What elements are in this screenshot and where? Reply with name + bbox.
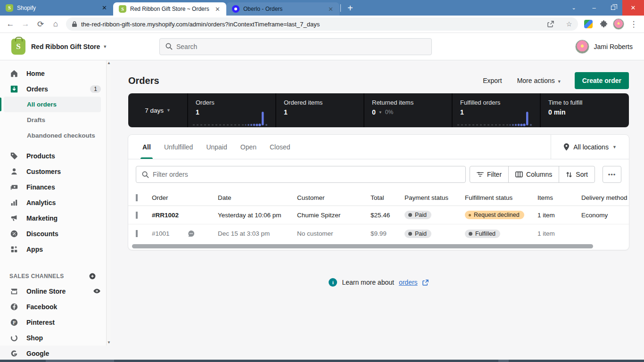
sidebar-item-shop[interactable]: Shop <box>0 330 107 346</box>
share-icon[interactable] <box>547 20 559 28</box>
tab-title: Red Ribbon Gift Store ~ Orders ~ <box>130 6 210 12</box>
learn-more-text: Learn more about <box>342 279 394 286</box>
more-actions-button[interactable]: More actions▼ <box>512 74 567 87</box>
tab-close-icon[interactable]: ✕ <box>214 6 222 13</box>
status-ring-icon <box>469 214 471 216</box>
sidebar-item-drafts[interactable]: Drafts <box>0 112 107 128</box>
more-options-kebab-button[interactable]: ••• <box>603 166 621 183</box>
stat-returned-items[interactable]: Returned items 0 ▼ 0% <box>364 93 453 127</box>
store-caret-icon[interactable]: ▼ <box>103 44 107 49</box>
address-bar[interactable]: the-red-ribbon-gift-store.myshopify.com/… <box>66 17 578 31</box>
browser-tabstrip: S Shopify ✕ S Red Ribbon Gift Store ~ Or… <box>0 0 644 16</box>
stat-ordered-items[interactable]: Ordered items 1 <box>276 93 364 127</box>
sidebar-item-apps[interactable]: Apps <box>0 241 107 257</box>
back-icon[interactable]: ← <box>4 17 17 31</box>
horizontal-scrollbar[interactable] <box>128 243 629 250</box>
stat-time-to-fulfill[interactable]: Time to fulfill 0 min <box>541 93 629 127</box>
orders-help-link[interactable]: orders <box>399 279 418 286</box>
refresh-icon[interactable]: ⟳ <box>34 17 47 31</box>
new-tab-button[interactable]: + <box>344 3 357 13</box>
date-range-selector[interactable]: 7 days▼ <box>128 93 188 127</box>
tab-unfulfilled[interactable]: Unfulfilled <box>157 135 199 159</box>
sidebar-item-customers[interactable]: Customers <box>0 164 107 179</box>
global-search[interactable] <box>159 38 432 55</box>
extensions-puzzle-icon[interactable] <box>597 17 610 31</box>
orders-icon <box>9 85 19 93</box>
sidebar-label: Facebook <box>26 303 57 311</box>
search-input[interactable] <box>176 43 426 50</box>
extension-colorful-icon[interactable] <box>582 17 595 31</box>
add-channel-icon[interactable] <box>89 272 96 280</box>
tab-search-chevron-icon[interactable]: ⌄ <box>563 0 585 16</box>
view-store-eye-icon[interactable] <box>93 287 101 295</box>
sidebar-item-products[interactable]: Products <box>0 148 107 164</box>
tab-close-icon[interactable]: ✕ <box>100 4 108 11</box>
sidebar-item-finances[interactable]: Finances <box>0 179 107 195</box>
sidebar-item-abandoned-checkouts[interactable]: Abandoned checkouts <box>0 128 107 143</box>
forward-icon[interactable]: → <box>19 17 32 31</box>
sidebar-item-discounts[interactable]: Discounts <box>0 226 107 241</box>
stat-orders[interactable]: Orders 1 <box>188 93 276 127</box>
filter-icon <box>477 171 484 178</box>
store-name[interactable]: Red Ribbon Gift Store <box>31 43 100 50</box>
sidebar-item-orders[interactable]: Orders 1 <box>0 81 107 97</box>
discounts-icon <box>9 230 19 238</box>
stat-fulfilled-orders[interactable]: Fulfilled orders 1 <box>453 93 541 127</box>
tab-closed[interactable]: Closed <box>263 135 297 159</box>
table-row[interactable]: #1001 Dec 15 at 3:03 pm No customer $9.9… <box>128 224 629 243</box>
location-pin-icon <box>563 143 570 151</box>
sidebar-item-marketing[interactable]: Marketing <box>0 210 107 226</box>
browser-tab-active[interactable]: S Red Ribbon Gift Store ~ Orders ~ ✕ <box>113 2 226 16</box>
shopify-logo: S <box>11 39 25 55</box>
bookmark-star-icon[interactable]: ☆ <box>563 20 575 28</box>
sidebar-item-online-store[interactable]: Online Store <box>0 283 107 299</box>
sort-button[interactable]: Sort <box>559 166 595 183</box>
sidebar-label: Google <box>26 350 49 357</box>
tab-all[interactable]: All <box>136 135 157 159</box>
close-button[interactable]: ✕ <box>622 0 644 16</box>
scroll-up-icon[interactable]: ▲ <box>107 61 111 65</box>
sidebar-item-pinterest[interactable]: P Pinterest <box>0 314 107 330</box>
browser-tab-shopify[interactable]: S Shopify ✕ <box>0 0 113 16</box>
orders-card: All Unfulfilled Unpaid Open Closed All l… <box>128 135 629 250</box>
payment-status-badge: Paid <box>405 211 431 219</box>
restore-button[interactable] <box>603 0 622 16</box>
table-row[interactable]: #RR1002 Yesterday at 10:06 pm Chumie Spi… <box>128 206 629 224</box>
order-number[interactable]: #1001 <box>152 230 170 237</box>
tab-unpaid[interactable]: Unpaid <box>199 135 233 159</box>
browser-menu-kebab-icon[interactable]: ⋮ <box>627 17 640 31</box>
locations-selector[interactable]: All locations ▼ <box>551 135 629 159</box>
tab-open[interactable]: Open <box>234 135 263 159</box>
scroll-down-icon[interactable]: ▼ <box>107 340 111 345</box>
scrollbar-thumb[interactable] <box>132 244 593 248</box>
sidebar-scrollbar[interactable]: ▲ ▼ <box>106 60 111 346</box>
search-icon <box>142 171 149 178</box>
filter-orders-input[interactable] <box>153 171 460 178</box>
order-number[interactable]: #RR1002 <box>152 212 218 219</box>
sidebar-item-facebook[interactable]: Facebook <box>0 299 107 314</box>
order-date: Yesterday at 10:06 pm <box>218 212 297 219</box>
customers-person-icon <box>9 167 19 176</box>
user-menu[interactable]: Jami Roberts <box>575 40 633 54</box>
external-link-icon[interactable] <box>422 280 429 286</box>
sidebar-item-google[interactable]: Google <box>0 346 107 361</box>
select-all-checkbox[interactable] <box>136 194 138 201</box>
browser-profile-avatar[interactable] <box>612 17 625 31</box>
home-icon <box>9 69 19 78</box>
sidebar-item-home[interactable]: Home <box>0 66 107 81</box>
sales-channels-label: SALES CHANNELS <box>9 273 64 280</box>
home-icon[interactable]: ⌂ <box>49 17 62 31</box>
sidebar-item-analytics[interactable]: Analytics <box>0 195 107 210</box>
minimize-button[interactable]: – <box>585 0 603 16</box>
filter-button[interactable]: Filter <box>470 166 509 183</box>
tab-close-icon[interactable]: ✕ <box>327 6 335 13</box>
export-button[interactable]: Export <box>477 74 507 87</box>
row-checkbox[interactable] <box>136 230 138 237</box>
row-checkbox[interactable] <box>136 212 138 219</box>
create-order-button[interactable]: Create order <box>575 72 629 89</box>
columns-button[interactable]: Columns <box>508 166 559 183</box>
svg-text:P: P <box>13 320 16 325</box>
browser-tab-oberlo[interactable]: Oberlo - Orders ✕ <box>226 2 339 16</box>
sidebar-item-all-orders[interactable]: All orders <box>4 97 101 112</box>
filter-orders-field[interactable] <box>136 166 466 183</box>
